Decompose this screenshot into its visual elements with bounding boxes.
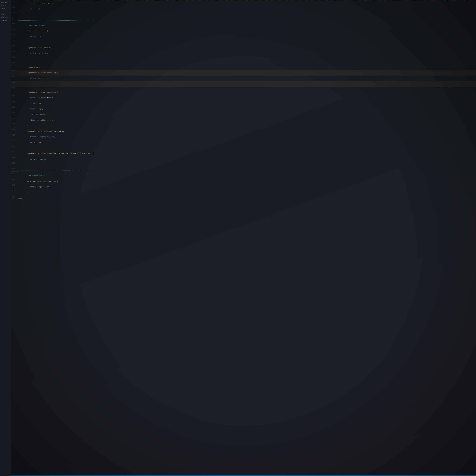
line-content-988: border: 1px solid #eee; xyxy=(17,95,476,101)
code-line-1002: 1002 /**********************************… xyxy=(11,170,476,173)
status-bar xyxy=(11,475,476,476)
line-num-992: 992 xyxy=(11,118,17,119)
line-num-999: 999 xyxy=(11,157,17,158)
code-line-1000: 1000 } xyxy=(11,162,476,168)
line-num-1002: 1002 xyxy=(11,170,17,172)
top-dots-decoration xyxy=(17,0,476,0)
line-num-975: 975 xyxy=(11,28,17,30)
line-content-1005: margin: -30px 0 25px 0; xyxy=(17,184,476,189)
sidebar-item-1[interactable]: rung.htm... xyxy=(0,1,11,4)
sidebar-item-8[interactable] xyxy=(0,22,11,23)
code-line-994: 994 .department-operation-accounting .di… xyxy=(11,129,476,134)
line-content-989: cursor: grab; xyxy=(17,101,476,106)
line-content-987: .department-operation-accounting { xyxy=(17,89,476,95)
line-num-969: 969 xyxy=(11,1,17,2)
line-content-972 xyxy=(17,17,476,19)
line-num-970: 970 xyxy=(11,6,17,8)
line-num-973: 973 xyxy=(11,20,17,22)
code-line-1007: 1007 xyxy=(11,195,476,198)
code-line-996: 996 width: 2048px; xyxy=(11,140,476,145)
line-num-976: 976 xyxy=(11,34,17,36)
line-num-978: 978 xyxy=(11,45,17,47)
code-line-978: 978 .separator--annual-accounts { xyxy=(11,45,476,51)
code-line-991: 991 overflow: scroll; xyxy=(11,112,476,117)
line-content-973: /***************************************… xyxy=(17,20,476,22)
line-content-1001 xyxy=(17,168,476,170)
line-num-988: 988 xyxy=(11,95,17,97)
editor-container: rung.htm... html.twig M ml.t... M html..… xyxy=(0,0,476,476)
line-num-1007: 1007 xyxy=(11,196,17,197)
line-content-978: .separator--annual-accounts { xyxy=(17,45,476,51)
code-editor: 969 border: 1px solid #000; 970 width: 1… xyxy=(11,0,476,476)
line-content-1003: /* PAGE IMPRESSUM */ xyxy=(17,173,476,178)
line-num-994: 994 xyxy=(11,129,17,130)
line-content-986 xyxy=(17,87,476,89)
sidebar-item-4[interactable]: M xyxy=(0,10,11,13)
line-num-977: 977 xyxy=(11,40,17,41)
sidebar-item-5[interactable]: html... xyxy=(0,13,11,16)
line-num-1005: 1005 xyxy=(11,184,17,186)
line-num-1004: 1004 xyxy=(11,179,17,180)
line-content-984: margin: 64px 0 0 0; xyxy=(17,76,476,81)
code-lines-container: 969 border: 1px solid #000; 970 width: 1… xyxy=(11,0,476,476)
line-num-1006: 1006 xyxy=(11,190,17,192)
line-content-985: } xyxy=(17,81,476,87)
code-line-977: 977 } xyxy=(11,39,476,45)
line-num-987: 987 xyxy=(11,90,17,91)
code-line-999: 999 min-width: 320px; xyxy=(11,156,476,162)
line-num-981: 981 xyxy=(11,62,17,64)
line-content-999: min-width: 320px; xyxy=(17,157,476,162)
line-num-972: 972 xyxy=(11,17,17,19)
line-num-984: 984 xyxy=(11,76,17,77)
line-content-991: overflow: scroll; xyxy=(17,112,476,117)
line-content-996: width: 2048px; xyxy=(17,140,476,145)
line-content-980: } xyxy=(17,56,476,62)
code-line-998: 998 .department-operation-accounting .di… xyxy=(11,151,476,156)
line-content-983: .department-operation-accounting { xyxy=(17,70,476,75)
line-content-979: margin: 0 0 -80px 0; xyxy=(17,51,476,56)
sidebar-item-3[interactable]: M ml.t... xyxy=(0,7,11,10)
sidebar-item-6[interactable]: olate... M xyxy=(0,16,11,19)
line-num-1000: 1000 xyxy=(11,162,17,164)
line-content-993: } xyxy=(17,123,476,128)
code-line-982: 982 .standard-table, xyxy=(11,64,476,70)
line-num-979: 979 xyxy=(11,51,17,52)
line-num-990: 990 xyxy=(11,106,17,108)
code-line-1001: 1001 xyxy=(11,168,476,170)
color-swatch-black xyxy=(47,3,48,4)
code-line-980: 980 } xyxy=(11,56,476,62)
line-num-993: 993 xyxy=(11,123,17,125)
line-content-998: .department-operation-accounting .divTab… xyxy=(17,151,476,156)
line-content-974: /* PAGE JAHRESRECHNUNG */ xyxy=(17,23,476,28)
line-num-998: 998 xyxy=(11,151,17,153)
line-content-997: } xyxy=(17,145,476,151)
line-num-1003: 1003 xyxy=(11,173,17,175)
line-content-995: transform-origin: top left; xyxy=(17,134,476,140)
line-content-990: height: 948px; xyxy=(17,106,476,112)
sidebar-item-7[interactable]: html.twig xyxy=(0,19,11,22)
code-line-984: 984 margin: 64px 0 0 0; xyxy=(11,76,476,81)
line-num-980: 980 xyxy=(11,56,17,58)
line-num-997: 997 xyxy=(11,146,17,147)
file-sidebar: rung.htm... html.twig M ml.t... M html..… xyxy=(0,0,11,476)
line-content-969: border: 1px solid #000; xyxy=(17,1,476,6)
code-line-969: 969 border: 1px solid #000; xyxy=(11,0,476,6)
code-line-992: 992 width: calc(100vw - 540px); xyxy=(11,117,476,123)
line-num-991: 991 xyxy=(11,112,17,114)
line-num-985: 985 xyxy=(11,81,17,83)
sidebar-item-2[interactable]: html.twig xyxy=(0,4,11,7)
line-num-971: 971 xyxy=(11,12,17,14)
code-line-995: 995 transform-origin: top left; xyxy=(11,134,476,140)
line-content-992: width: calc(100vw - 540px); xyxy=(17,118,476,123)
code-line-973: 973 /***********************************… xyxy=(11,20,476,23)
code-line-1003: 1003 /* PAGE IMPRESSUM */ xyxy=(11,173,476,178)
code-line-976: 976 min-width: 0; xyxy=(11,34,476,39)
line-num-989: 989 xyxy=(11,101,17,102)
line-content-981 xyxy=(17,62,476,64)
code-line-979: 979 margin: 0 0 -80px 0; xyxy=(11,51,476,56)
code-line-981: 981 xyxy=(11,62,476,64)
line-content-1004: .main__impressum-image-container { xyxy=(17,179,476,184)
code-line-1005: 1005 margin: -30px 0 25px 0; xyxy=(11,184,476,190)
code-line-970: 970 width: 100%; xyxy=(11,6,476,12)
line-content-975: .page-accounting main { xyxy=(17,28,476,34)
